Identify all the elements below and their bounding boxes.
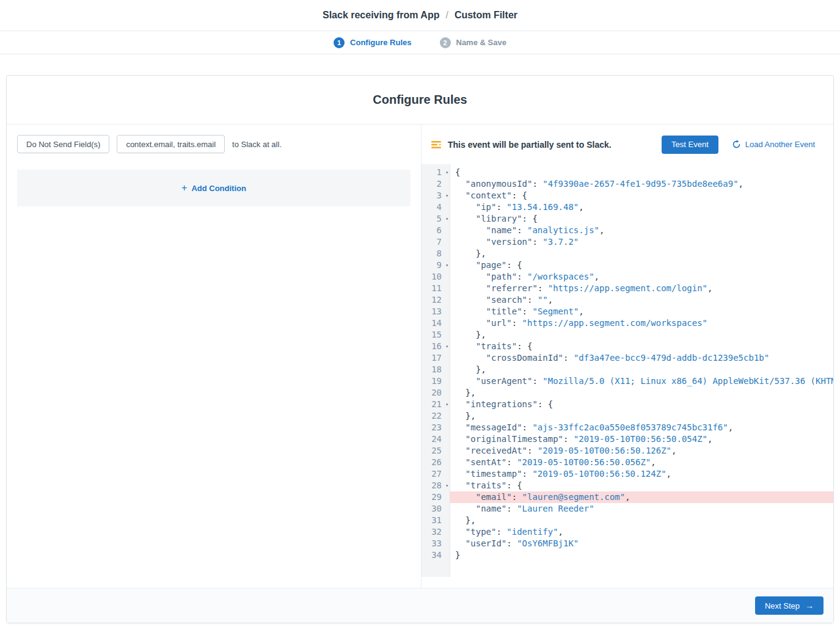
editor-line: 13 "title": "Segment", [422,306,833,317]
next-step-button[interactable]: Next Step → [755,596,824,615]
test-event-button[interactable]: Test Event [662,136,718,154]
rule-suffix-text: to Slack at all. [232,140,282,149]
editor-line-highlighted: 29 "email": "lauren@segment.com", [422,491,833,503]
code-line: "page": { [450,259,833,271]
partial-send-icon [431,139,442,150]
fold-toggle-icon[interactable]: ▾ [445,399,448,410]
breadcrumb: Slack receiving from App / Custom Filter [0,0,840,31]
editor-line: 32 "type": "identify", [422,526,833,538]
line-number: 15 [431,330,442,339]
line-number-gutter: 27 [422,468,450,480]
breadcrumb-source-link[interactable]: Slack receiving from App [323,10,439,21]
step-2-label: Name & Save [456,38,506,47]
line-number-gutter: 15 [422,329,450,341]
step-name-save[interactable]: 2 Name & Save [440,37,506,48]
editor-line: 3▾ "context": { [422,190,833,201]
editor-line: 24 "originalTimestamp": "2019-05-10T00:5… [422,433,833,445]
load-another-event-label: Load Another Event [745,140,815,149]
code-line: }, [450,329,833,341]
line-number-gutter: 11 [422,283,450,294]
line-number-gutter: 10 [422,271,450,283]
add-condition-button[interactable]: + Add Condition [17,170,411,206]
code-line: } [450,549,833,561]
line-number: 3 [437,190,442,200]
add-condition-label: Add Condition [191,184,246,193]
line-number: 1 [437,167,442,177]
editor-line: 22 }, [422,410,833,422]
line-number-gutter: 19 [422,375,450,387]
event-status-text: This event will be partially sent to Sla… [448,140,612,150]
fold-toggle-icon[interactable]: ▾ [445,213,448,225]
code-line: }, [450,387,833,399]
line-number: 27 [431,469,442,479]
rule-builder-panel: Do Not Send Field(s) context.email, trai… [7,125,422,588]
fold-toggle-icon[interactable]: ▾ [445,190,448,201]
line-number-gutter: 20 [422,387,450,399]
code-line: "crossDomainId": "df3a47ee-bcc9-479d-add… [450,352,833,364]
load-another-event-link[interactable]: Load Another Event [732,140,815,149]
fold-toggle-icon[interactable]: ▾ [445,259,448,271]
line-number-gutter: 6 [422,225,450,236]
editor-line: 23 "messageId": "ajs-33ffc2ac0a550e8f053… [422,422,833,433]
line-number: 30 [431,504,442,513]
code-line: }, [450,364,833,375]
editor-line: 14 "url": "https://app.segment.com/works… [422,317,833,329]
step-configure-rules[interactable]: 1 Configure Rules [334,37,411,48]
code-line: "version": "3.7.2" [450,236,833,248]
editor-line: 34} [422,549,833,561]
editor-line: 30 "name": "Lauren Reeder" [422,503,833,515]
plus-icon: + [181,183,187,193]
code-line: "originalTimestamp": "2019-05-10T00:56:5… [450,433,833,445]
event-panel-header: This event will be partially sent to Sla… [422,125,833,164]
line-number-gutter: 31 [422,515,450,526]
line-number: 18 [431,364,442,374]
line-number-gutter: 21▾ [422,399,450,410]
rule-action-select[interactable]: Do Not Send Field(s) [17,135,109,153]
code-line: "sentAt": "2019-05-10T00:56:50.056Z", [450,457,833,468]
fold-toggle-icon[interactable]: ▾ [445,167,448,178]
line-number-gutter: 3▾ [422,190,450,201]
fold-toggle-icon[interactable]: ▾ [445,341,448,352]
line-number-gutter: 5▾ [422,213,450,225]
line-number: 19 [431,376,442,386]
code-line: "userAgent": "Mozilla/5.0 (X11; Linux x8… [450,375,833,387]
line-number: 31 [431,515,442,525]
json-editor[interactable]: 1▾{2 "anonymousId": "4f9390ae-2657-4fe1-… [422,164,833,577]
fold-toggle-icon[interactable]: ▾ [445,480,448,491]
editor-line: 20 }, [422,387,833,399]
line-number-gutter: 17 [422,352,450,364]
line-number-gutter: 25 [422,445,450,457]
line-number-gutter: 8 [422,248,450,259]
editor-line: 11 "referrer": "https://app.segment.com/… [422,283,833,294]
event-actions: Test Event Load Another Event [662,136,815,154]
code-line: "ip": "13.54.169.48", [450,201,833,213]
line-number: 9 [437,260,442,270]
editor-line: 5▾ "library": { [422,213,833,225]
editor-line: 7 "version": "3.7.2" [422,236,833,248]
editor-line: 10 "path": "/workspaces", [422,271,833,283]
refresh-icon [732,140,741,149]
step-1-badge: 1 [334,37,345,48]
line-number: 26 [431,457,442,467]
line-number: 13 [431,306,442,316]
editor-line: 25 "receivedAt": "2019-05-10T00:56:50.12… [422,445,833,457]
editor-line: 9▾ "page": { [422,259,833,271]
line-number: 14 [431,318,442,328]
step-indicator: 1 Configure Rules 2 Name & Save [0,31,840,54]
code-line: "type": "identify", [450,526,833,538]
editor-line: 19 "userAgent": "Mozilla/5.0 (X11; Linux… [422,375,833,387]
editor-line: 1▾{ [422,167,833,178]
editor-line: 17 "crossDomainId": "df3a47ee-bcc9-479d-… [422,352,833,364]
code-line: "messageId": "ajs-33ffc2ac0a550e8f053789… [450,422,833,433]
rule-fields-select[interactable]: context.email, traits.email [117,135,225,153]
code-line: "integrations": { [450,399,833,410]
editor-line: 31 }, [422,515,833,526]
editor-line: 4 "ip": "13.54.169.48", [422,201,833,213]
line-number-gutter: 22 [422,410,450,422]
breadcrumb-separator: / [445,10,448,21]
line-number-gutter: 13 [422,306,450,317]
line-number-gutter: 9▾ [422,259,450,271]
line-number: 4 [437,202,442,212]
rule-row: Do Not Send Field(s) context.email, trai… [17,135,411,153]
editor-line: 8 }, [422,248,833,259]
